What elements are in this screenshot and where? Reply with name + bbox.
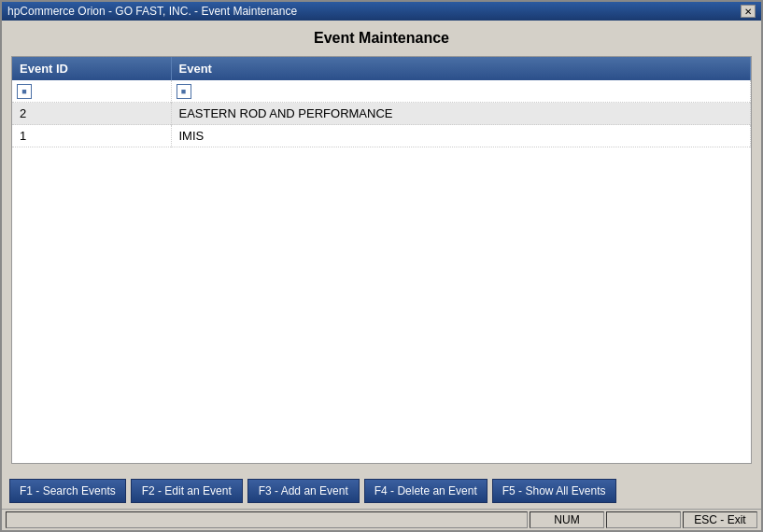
title-bar: hpCommerce Orion - GO FAST, INC. - Event… bbox=[2, 2, 761, 21]
filter-icon-event-id[interactable]: ■ bbox=[17, 84, 32, 99]
filter-event-cell: ■ bbox=[171, 80, 751, 103]
f2-edit-event-button[interactable]: F2 - Edit an Event bbox=[131, 479, 243, 503]
cell-event: EASTERN ROD AND PERFORMANCE bbox=[171, 103, 751, 125]
status-segment-num: NUM bbox=[530, 511, 604, 528]
col-header-event-id: Event ID bbox=[12, 57, 171, 80]
button-row: F1 - Search Events F2 - Edit an Event F3… bbox=[2, 473, 761, 509]
table-header-row: Event ID Event bbox=[12, 57, 751, 80]
col-header-event: Event bbox=[171, 57, 751, 80]
table-container: Event ID Event ■ ■ 2EASTERN ROD AND PE bbox=[11, 56, 752, 464]
status-segment-esc: ESC - Exit bbox=[683, 511, 757, 528]
window-title: hpCommerce Orion - GO FAST, INC. - Event… bbox=[7, 5, 297, 18]
status-bar: NUM ESC - Exit bbox=[2, 509, 761, 530]
page-title: Event Maintenance bbox=[11, 30, 752, 47]
data-table: Event ID Event ■ ■ 2EASTERN ROD AND PE bbox=[12, 57, 751, 147]
close-button[interactable]: ✕ bbox=[741, 5, 756, 18]
filter-event-id-cell: ■ bbox=[12, 80, 171, 103]
f5-show-all-events-button[interactable]: F5 - Show All Events bbox=[492, 479, 616, 503]
cell-event: IMIS bbox=[171, 125, 751, 147]
f1-search-events-button[interactable]: F1 - Search Events bbox=[9, 479, 126, 503]
cell-event-id: 1 bbox=[12, 125, 171, 147]
bottom-bar: F1 - Search Events F2 - Edit an Event F3… bbox=[2, 473, 761, 530]
table-row[interactable]: 2EASTERN ROD AND PERFORMANCE bbox=[12, 103, 751, 125]
main-window: hpCommerce Orion - GO FAST, INC. - Event… bbox=[0, 0, 763, 532]
title-bar-controls: ✕ bbox=[741, 5, 756, 18]
cell-event-id: 2 bbox=[12, 103, 171, 125]
f3-add-event-button[interactable]: F3 - Add an Event bbox=[247, 479, 360, 503]
f4-delete-event-button[interactable]: F4 - Delete an Event bbox=[364, 479, 487, 503]
filter-icon-event[interactable]: ■ bbox=[177, 84, 191, 99]
status-segment-3 bbox=[606, 511, 681, 528]
window-content: Event Maintenance Event ID Event ■ bbox=[2, 21, 761, 473]
filter-row: ■ ■ bbox=[12, 80, 751, 103]
status-segment-1 bbox=[6, 511, 528, 528]
table-row[interactable]: 1IMIS bbox=[12, 125, 751, 147]
